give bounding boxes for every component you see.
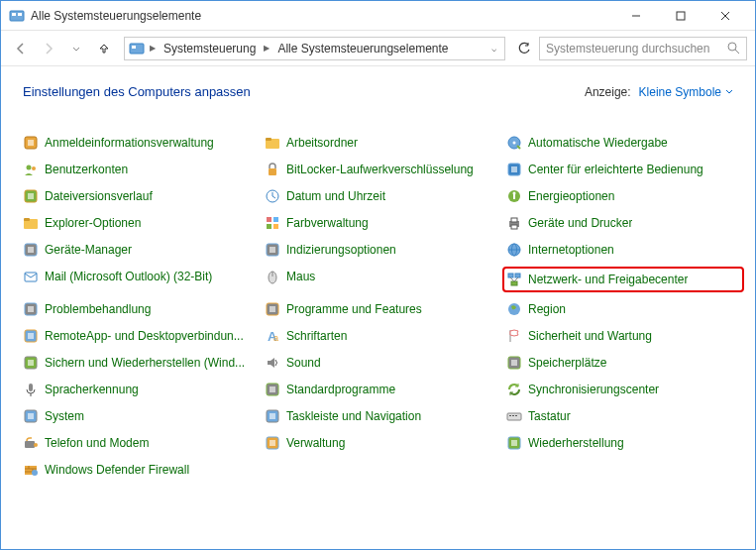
svg-rect-14 bbox=[266, 138, 271, 141]
address-bar[interactable]: ▶ Systemsteuerung ▶ Alle Systemsteuerung… bbox=[124, 37, 505, 60]
control-panel-item[interactable]: Taskleiste und Navigation bbox=[265, 406, 502, 426]
keyboard-icon bbox=[506, 408, 522, 424]
control-panel-item[interactable]: Programme und Features bbox=[265, 299, 502, 319]
chevron-right-icon[interactable]: ▶ bbox=[263, 44, 270, 53]
control-panel-item[interactable]: Synchronisierungscenter bbox=[506, 380, 744, 399]
back-button[interactable] bbox=[9, 37, 33, 60]
control-panel-item[interactable]: Tastatur bbox=[506, 406, 744, 426]
navigation-toolbar: ▶ Systemsteuerung ▶ Alle Systemsteuerung… bbox=[1, 31, 755, 66]
svg-rect-77 bbox=[509, 415, 511, 416]
svg-rect-80 bbox=[25, 441, 35, 448]
item-label: Standardprogramme bbox=[286, 383, 395, 396]
trouble-icon bbox=[23, 301, 39, 317]
svg-line-53 bbox=[514, 277, 518, 281]
folder-icon bbox=[265, 135, 280, 151]
search-box[interactable] bbox=[539, 37, 747, 60]
item-label: Farbverwaltung bbox=[286, 216, 369, 230]
control-panel-item[interactable]: Arbeitsordner bbox=[265, 133, 502, 153]
recent-dropdown[interactable] bbox=[64, 37, 88, 60]
control-panel-item[interactable]: Wiederherstellung bbox=[506, 433, 744, 453]
refresh-button[interactable] bbox=[513, 38, 535, 59]
taskbar-icon bbox=[265, 408, 280, 424]
control-panel-item[interactable]: Maus bbox=[265, 267, 502, 286]
admin-icon bbox=[265, 435, 280, 451]
default-icon bbox=[265, 382, 280, 397]
control-panel-item[interactable]: Verwaltung bbox=[265, 433, 502, 453]
control-panel-item[interactable]: BitLocker-Laufwerkverschlüsselung bbox=[265, 160, 502, 179]
svg-rect-35 bbox=[273, 224, 278, 229]
svg-point-81 bbox=[34, 443, 38, 447]
control-panel-item[interactable]: Internetoptionen bbox=[506, 240, 744, 260]
control-panel-item[interactable]: Sichern und Wiederherstellen (Wind... bbox=[23, 353, 261, 373]
control-panel-item[interactable]: Anmeldeinformationsverwaltung bbox=[23, 133, 261, 153]
svg-point-29 bbox=[513, 192, 516, 195]
recovery-icon bbox=[506, 435, 522, 451]
color-icon bbox=[265, 215, 280, 231]
lock-icon bbox=[265, 162, 280, 177]
svg-line-52 bbox=[510, 277, 514, 281]
breadcrumb-current[interactable]: Alle Systemsteuerungselemente bbox=[274, 42, 451, 55]
svg-rect-37 bbox=[511, 218, 517, 222]
control-panel-item[interactable]: Sound bbox=[265, 353, 502, 373]
control-panel-icon bbox=[9, 8, 25, 24]
programs-icon bbox=[265, 301, 280, 317]
index-icon bbox=[265, 242, 280, 258]
svg-rect-75 bbox=[270, 413, 275, 419]
control-panel-item[interactable]: Region bbox=[506, 299, 744, 319]
svg-rect-32 bbox=[267, 217, 271, 222]
svg-rect-33 bbox=[273, 217, 278, 222]
forward-button[interactable] bbox=[37, 37, 60, 60]
control-panel-item[interactable]: Farbverwaltung bbox=[265, 213, 502, 233]
svg-point-9 bbox=[728, 43, 736, 51]
control-panel-item[interactable]: Geräte und Drucker bbox=[506, 213, 744, 233]
search-input[interactable] bbox=[546, 42, 723, 55]
control-panel-item[interactable]: Automatische Wiedergabe bbox=[506, 133, 744, 153]
region-icon bbox=[506, 301, 522, 317]
minimize-button[interactable] bbox=[613, 2, 658, 30]
control-panel-item[interactable]: Spracherkennung bbox=[23, 380, 261, 399]
view-dropdown[interactable]: Kleine Symbole bbox=[639, 85, 733, 99]
breadcrumb-root[interactable]: Systemsteuerung bbox=[161, 42, 259, 55]
control-panel-item[interactable]: Geräte-Manager bbox=[23, 240, 261, 260]
svg-rect-83 bbox=[270, 440, 275, 446]
mouse-icon bbox=[265, 269, 280, 284]
control-panel-icon bbox=[129, 41, 145, 56]
control-panel-item[interactable]: RemoteApp- und Desktopverbindun... bbox=[23, 326, 261, 346]
control-panel-item[interactable]: Mail (Microsoft Outlook) (32-Bit) bbox=[23, 267, 261, 286]
item-label: Speicherplätze bbox=[528, 356, 606, 370]
control-panel-item[interactable]: AaSchriftarten bbox=[265, 326, 502, 346]
control-panel-item[interactable]: Center für erleichterte Bedienung bbox=[506, 160, 744, 179]
control-panel-item[interactable]: Indizierungsoptionen bbox=[265, 240, 502, 260]
item-label: Maus bbox=[286, 270, 315, 283]
control-panel-item[interactable]: Netzwerk- und Freigabecenter bbox=[502, 267, 744, 292]
item-label: Explorer-Optionen bbox=[45, 216, 141, 230]
svg-rect-79 bbox=[515, 415, 517, 416]
chevron-right-icon[interactable]: ▶ bbox=[149, 44, 157, 53]
control-panel-item[interactable]: Telefon und Modem bbox=[23, 433, 261, 453]
control-panel-item[interactable]: Energieoptionen bbox=[506, 186, 744, 206]
control-panel-item[interactable]: Problembehandlung bbox=[23, 299, 261, 319]
svg-rect-19 bbox=[269, 168, 276, 175]
firewall-icon bbox=[23, 462, 39, 478]
address-dropdown[interactable]: ⌵ bbox=[487, 44, 500, 54]
svg-point-91 bbox=[32, 470, 38, 476]
control-panel-item[interactable]: Standardprogramme bbox=[265, 380, 502, 399]
control-panel-item[interactable]: Dateiversionsverlauf bbox=[23, 186, 261, 206]
printer-icon bbox=[506, 215, 522, 231]
maximize-button[interactable] bbox=[658, 2, 702, 30]
control-panel-item[interactable]: Sicherheit und Wartung bbox=[506, 326, 744, 346]
control-panel-item[interactable]: Speicherplätze bbox=[506, 353, 744, 373]
item-label: Verwaltung bbox=[286, 436, 345, 450]
control-panel-item[interactable]: Explorer-Optionen bbox=[23, 213, 261, 233]
control-panel-item[interactable]: Benutzerkonten bbox=[23, 160, 261, 179]
svg-rect-31 bbox=[24, 218, 30, 221]
control-panel-item[interactable]: Datum und Uhrzeit bbox=[265, 186, 502, 206]
up-button[interactable] bbox=[92, 37, 116, 60]
backup-icon bbox=[23, 355, 39, 371]
item-label: Sichern und Wiederherstellen (Wind... bbox=[45, 356, 245, 370]
items-grid: AnmeldeinformationsverwaltungArbeitsordn… bbox=[23, 133, 733, 480]
close-button[interactable] bbox=[702, 2, 747, 30]
control-panel-item[interactable]: System bbox=[23, 406, 261, 426]
control-panel-item[interactable]: Windows Defender Firewall bbox=[23, 460, 261, 480]
storage-icon bbox=[506, 355, 522, 371]
